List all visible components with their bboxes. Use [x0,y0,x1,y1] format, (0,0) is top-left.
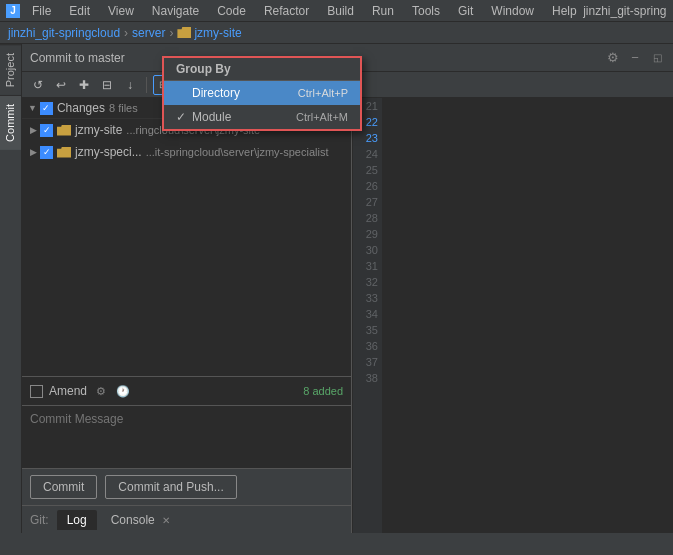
menu-build[interactable]: Build [321,2,360,20]
menu-tools[interactable]: Tools [406,2,446,20]
amend-row: Amend ⚙ 🕐 8 added [22,377,351,405]
diff-btn[interactable]: ⊟ [97,75,117,95]
panel-header-icons: ⚙ − ◱ [605,50,665,66]
item-name: jzmy-site [75,123,122,137]
dropdown-shortcut: Ctrl+Alt+M [296,111,348,123]
dropdown-item-label: Directory [192,86,298,100]
line-number: 29 [366,226,378,242]
refresh-btn[interactable]: ↺ [28,75,48,95]
line-number: 25 [366,162,378,178]
line-number: 28 [366,210,378,226]
amend-label: Amend [49,384,87,398]
line-number: 26 [366,178,378,194]
bottom-area: Amend ⚙ 🕐 8 added Commit Commit and Push… [22,376,351,533]
line-number: 33 [366,290,378,306]
git-label: Git: [30,513,49,527]
expand-triangle[interactable]: ▶ [30,125,37,135]
sidebar-tab-project[interactable]: Project [0,44,21,95]
line-number: 32 [366,274,378,290]
tree-item[interactable]: ▶ ✓ jzmy-speci... ...it-springcloud\serv… [22,141,351,163]
menu-refactor[interactable]: Refactor [258,2,315,20]
commit-button[interactable]: Commit [30,475,97,499]
sidebar-tab-commit[interactable]: Commit [0,95,21,150]
breadcrumb-root[interactable]: jinzhi_git-springcloud [8,26,120,40]
line-number: 31 [366,258,378,274]
rollback-btn[interactable]: ↩ [51,75,71,95]
move-btn[interactable]: ↓ [120,75,140,95]
commit-buttons: Commit Commit and Push... [22,468,351,505]
folder-icon [57,147,71,158]
line-number: 27 [366,194,378,210]
changes-section: ▼ ✓ Changes 8 files ▶ ✓ j [22,98,351,376]
panel-title: Commit to master [30,51,125,65]
line-number: 35 [366,322,378,338]
amend-settings-icon[interactable]: ⚙ [93,383,109,399]
commit-and-push-button[interactable]: Commit and Push... [105,475,236,499]
folder-icon [57,125,71,136]
main-container: Project Commit Commit to master ⚙ − ◱ ↺ … [0,44,673,533]
amend-clock-icon[interactable]: 🕐 [115,383,131,399]
left-panel: ▼ ✓ Changes 8 files ▶ ✓ j [22,98,352,533]
item-checkbox[interactable]: ✓ [40,124,53,137]
content-area: Commit to master ⚙ − ◱ ↺ ↩ ✚ ⊟ ↓ ⊞ ◉ ≡ ≣ [22,44,673,533]
line-number: 22 [366,114,378,130]
collapse-triangle[interactable]: ▼ [28,103,37,113]
amend-left: Amend ⚙ 🕐 [30,383,131,399]
main-split: ▼ ✓ Changes 8 files ▶ ✓ j [22,98,673,533]
line-numbers: 21 22 23 24 25 26 27 28 29 30 31 32 33 3… [352,98,382,533]
title-bar: J File Edit View Navigate Code Refactor … [0,0,673,22]
line-number: 23 [366,130,378,146]
breadcrumb-folder: jzmy-site [177,26,241,40]
dropdown-item-directory[interactable]: Directory Ctrl+Alt+P [164,81,360,105]
changes-checkbox[interactable]: ✓ [40,102,53,115]
dropdown-item-module[interactable]: ✓ Module Ctrl+Alt+M [164,105,360,129]
menu-run[interactable]: Run [366,2,400,20]
menu-navigate[interactable]: Navigate [146,2,205,20]
line-number: 30 [366,242,378,258]
expand-triangle[interactable]: ▶ [30,147,37,157]
dropdown-shortcut: Ctrl+Alt+P [298,87,348,99]
breadcrumb-site[interactable]: jzmy-site [194,26,241,40]
line-number: 37 [366,354,378,370]
item-name: jzmy-speci... [75,145,142,159]
added-badge: 8 added [303,385,343,397]
menu-code[interactable]: Code [211,2,252,20]
minimize-icon[interactable]: − [627,50,643,66]
tab-console[interactable]: Console ✕ [101,510,180,530]
app-icon: J [6,4,20,18]
check-mark: ✓ [176,110,190,124]
breadcrumb-server[interactable]: server [132,26,165,40]
commit-message-input[interactable] [22,405,351,465]
menu-file[interactable]: File [26,2,57,20]
group-by-dropdown: Group By Directory Ctrl+Alt+P ✓ Module C… [162,56,362,131]
close-tab-icon[interactable]: ✕ [162,515,170,526]
line-number: 38 [366,370,378,386]
amend-checkbox[interactable] [30,385,43,398]
menu-view[interactable]: View [102,2,140,20]
bottom-tabs: Git: Log Console ✕ [22,505,351,533]
folder-icon [177,27,191,38]
breadcrumb: jinzhi_git-springcloud › server › jzmy-s… [0,22,673,44]
right-panel: 21 22 23 24 25 26 27 28 29 30 31 32 33 3… [352,98,673,533]
settings-icon[interactable]: ⚙ [605,50,621,66]
menu-edit[interactable]: Edit [63,2,96,20]
window-title: jinzhi_git-spring [583,4,667,18]
toolbar-separator [146,77,147,93]
menu-window[interactable]: Window [485,2,540,20]
changes-label: Changes [57,101,105,115]
menu-git[interactable]: Git [452,2,479,20]
item-checkbox[interactable]: ✓ [40,146,53,159]
sidebar-tabs: Project Commit [0,44,22,533]
changes-count: 8 files [109,102,138,114]
line-number: 34 [366,306,378,322]
expand-icon[interactable]: ◱ [649,50,665,66]
tab-log[interactable]: Log [57,510,97,530]
line-number: 24 [366,146,378,162]
add-btn[interactable]: ✚ [74,75,94,95]
dropdown-item-label: Module [192,110,296,124]
item-path: ...it-springcloud\server\jzmy-specialist [146,146,329,158]
line-number: 21 [366,98,378,114]
dropdown-header: Group By [164,58,360,81]
menu-help[interactable]: Help [546,2,583,20]
line-number: 36 [366,338,378,354]
